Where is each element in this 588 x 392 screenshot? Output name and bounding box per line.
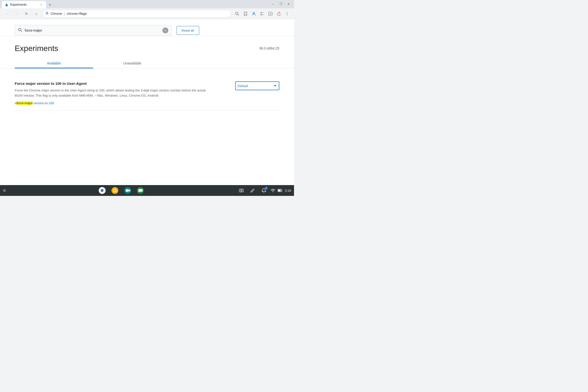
svg-point-20: [114, 190, 116, 192]
tab-unavailable[interactable]: Unavailable: [93, 59, 172, 68]
svg-point-26: [241, 190, 242, 191]
taskbar-notification-button[interactable]: 3: [260, 186, 268, 195]
version-number: 96.0.4664.25: [259, 46, 279, 50]
page-title-area: Experiments 96.0.4664.25: [0, 36, 294, 53]
taskbar-pen-button[interactable]: [248, 186, 257, 195]
minimize-button[interactable]: ─: [270, 1, 276, 8]
restore-button[interactable]: ❐: [277, 1, 284, 8]
taskbar: 3 3:18: [0, 185, 294, 196]
title-bar: Experiments × + ─ ❐ ✕: [0, 0, 294, 8]
address-bar: ← → ↻ ⌂ Chrome | chrome://flags: [0, 8, 294, 19]
svg-rect-25: [239, 189, 243, 192]
url-bar[interactable]: Chrome | chrome://flags: [42, 10, 231, 18]
flag-link-highlighted: force-major: [16, 101, 32, 105]
menu-button[interactable]: [283, 10, 291, 18]
page-title: Experiments: [15, 44, 58, 53]
svg-rect-29: [282, 190, 282, 191]
reload-button[interactable]: ↻: [22, 10, 30, 18]
svg-point-10: [287, 12, 288, 12]
taskbar-time: 3:18: [285, 189, 291, 192]
search-clear-button[interactable]: ×: [162, 28, 168, 33]
flag-info: Force major version to 100 in User-Agent…: [15, 82, 206, 105]
scissors-button[interactable]: [258, 10, 266, 18]
taskbar-center: [6, 186, 237, 195]
svg-point-11: [287, 13, 288, 14]
svg-line-7: [262, 12, 264, 13]
toolbar-icons: [233, 10, 291, 18]
security-icon: [45, 12, 49, 16]
tab-close-button[interactable]: ×: [39, 3, 43, 6]
search-toolbar-button[interactable]: [233, 10, 241, 18]
svg-point-12: [287, 14, 288, 15]
search-box[interactable]: ×: [15, 25, 172, 36]
svg-point-1: [46, 12, 48, 14]
flag-title: Force major version to 100 in User-Agent: [15, 82, 206, 86]
svg-line-8: [262, 14, 264, 15]
reset-all-button[interactable]: Reset all: [176, 26, 199, 35]
taskbar-app2-button[interactable]: [110, 186, 119, 195]
notification-badge: 3: [265, 186, 268, 190]
svg-point-5: [261, 12, 262, 13]
taskbar-left: [3, 189, 6, 192]
flag-description: Force the Chrome major version in the Us…: [15, 88, 206, 98]
flag-link-suffix: -version-to-100: [32, 101, 54, 105]
tab-available[interactable]: Available: [15, 59, 93, 68]
svg-line-3: [238, 14, 239, 16]
active-tab[interactable]: Experiments ×: [2, 1, 46, 8]
new-tab-button[interactable]: +: [46, 2, 53, 8]
window-controls: ─ ❐ ✕: [270, 1, 292, 8]
flag-item: Force major version to 100 in User-Agent…: [15, 76, 279, 110]
site-name-label: Chrome: [51, 12, 62, 16]
svg-rect-22: [126, 189, 129, 192]
home-button[interactable]: ⌂: [32, 10, 40, 18]
url-text: chrome://flags: [67, 12, 87, 16]
forward-button[interactable]: →: [13, 10, 20, 18]
tab-favicon: [5, 3, 8, 6]
tab-container: Experiments × +: [2, 0, 53, 8]
wifi-icon: [271, 189, 275, 192]
tabs: Available Unavailable: [15, 59, 279, 68]
close-window-button[interactable]: ✕: [285, 1, 292, 8]
taskbar-chrome-button[interactable]: [98, 186, 107, 195]
taskbar-screenshot-button[interactable]: [237, 186, 246, 195]
bookmark-button[interactable]: [242, 10, 249, 18]
flag-select[interactable]: Default Enabled Disabled: [235, 82, 279, 90]
search-area: × Reset all: [0, 19, 294, 36]
taskbar-meet-button[interactable]: [123, 186, 132, 195]
svg-rect-30: [278, 190, 281, 192]
puzzle-button[interactable]: [267, 10, 275, 18]
svg-point-27: [273, 192, 273, 192]
svg-point-13: [19, 28, 21, 31]
taskbar-launcher-icon[interactable]: [3, 189, 6, 192]
svg-point-6: [261, 14, 262, 15]
flag-link[interactable]: #force-major-version-to-100: [15, 101, 54, 105]
taskbar-right: 3 3:18: [237, 186, 291, 195]
tabs-container: Available Unavailable: [0, 53, 294, 69]
svg-point-4: [253, 12, 255, 14]
svg-point-17: [101, 190, 103, 192]
flags-list: Force major version to 100 in User-Agent…: [0, 69, 294, 118]
url-separator: |: [64, 12, 65, 16]
battery-icon: [278, 189, 283, 192]
search-icon: [18, 28, 22, 33]
taskbar-chat-button[interactable]: [136, 186, 145, 195]
account-button[interactable]: [250, 10, 258, 18]
main-content: × Reset all Experiments 96.0.4664.25 Ava…: [0, 19, 294, 185]
extension-button[interactable]: [275, 10, 283, 18]
back-button[interactable]: ←: [3, 10, 11, 18]
tab-title: Experiments: [10, 3, 37, 6]
svg-line-14: [21, 31, 22, 32]
svg-marker-0: [5, 3, 8, 6]
search-input[interactable]: [25, 28, 160, 32]
flag-controls: Default Enabled Disabled: [235, 82, 279, 90]
